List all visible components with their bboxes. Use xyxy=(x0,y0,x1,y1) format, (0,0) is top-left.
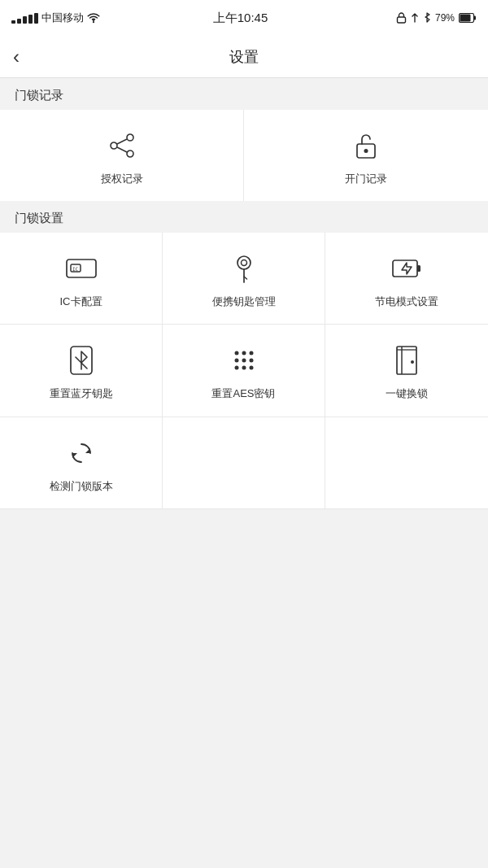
svg-rect-1 xyxy=(397,17,405,23)
svg-rect-19 xyxy=(393,260,417,277)
section-lock-settings: 门锁设置 xyxy=(0,201,488,233)
empty-cell-2 xyxy=(325,417,488,508)
refresh-icon xyxy=(63,435,99,471)
lock-records-grid: 授权记录 开门记录 xyxy=(0,110,488,201)
replace-lock-label: 一键换锁 xyxy=(386,386,428,401)
power-save-label: 节电模式设置 xyxy=(375,294,438,309)
reset-aes-label: 重置AES密钥 xyxy=(211,386,275,401)
svg-point-31 xyxy=(249,366,253,370)
page-title: 设置 xyxy=(229,47,259,67)
svg-line-9 xyxy=(117,147,127,152)
share-icon xyxy=(104,128,140,164)
moon-icon xyxy=(381,12,392,24)
svg-point-7 xyxy=(127,150,133,157)
svg-point-23 xyxy=(234,351,238,355)
svg-line-8 xyxy=(117,139,127,144)
svg-point-6 xyxy=(111,142,117,149)
signal-icon xyxy=(11,13,38,24)
replace-lock-item[interactable]: 一键换锁 xyxy=(325,325,488,417)
door-icon xyxy=(389,342,425,378)
power-save-item[interactable]: 节电模式设置 xyxy=(325,233,488,325)
svg-point-15 xyxy=(237,256,251,269)
arrow-up-icon xyxy=(411,12,419,24)
lock-open-icon xyxy=(348,128,384,164)
svg-rect-3 xyxy=(473,16,476,20)
battery-icon xyxy=(459,13,477,23)
reset-aes-item[interactable]: 重置AES密钥 xyxy=(163,325,325,417)
svg-marker-37 xyxy=(72,453,77,458)
svg-rect-4 xyxy=(460,15,470,22)
svg-point-16 xyxy=(241,260,246,266)
svg-rect-32 xyxy=(397,347,416,374)
svg-marker-36 xyxy=(85,448,90,453)
svg-point-28 xyxy=(249,359,253,363)
ic-config-item[interactable]: IC IC卡配置 xyxy=(0,233,163,325)
page-header: ‹ 设置 xyxy=(0,36,488,78)
key-icon xyxy=(226,251,262,286)
svg-point-26 xyxy=(234,359,238,363)
portable-key-item[interactable]: 便携钥匙管理 xyxy=(163,233,325,325)
ic-config-label: IC卡配置 xyxy=(60,294,102,309)
svg-point-25 xyxy=(249,351,253,355)
svg-point-29 xyxy=(234,366,238,370)
portable-key-label: 便携钥匙管理 xyxy=(212,294,276,309)
auth-record-label: 授权记录 xyxy=(101,172,143,186)
reset-bt-label: 重置蓝牙钥匙 xyxy=(50,386,113,401)
svg-rect-20 xyxy=(417,265,420,272)
status-bar: 中国移动 上午10:45 79% xyxy=(0,0,488,36)
lock-settings-grid-row1: IC IC卡配置 便携钥匙管理 节电模式设置 xyxy=(0,233,488,325)
reset-bt-item[interactable]: 重置蓝牙钥匙 xyxy=(0,325,163,417)
svg-text:IC: IC xyxy=(72,266,79,272)
battery-label: 79% xyxy=(435,12,455,24)
section-lock-records: 门锁记录 xyxy=(0,78,488,110)
open-record-item[interactable]: 开门记录 xyxy=(244,110,488,201)
svg-point-27 xyxy=(242,359,246,363)
lock-settings-grid-row3: 检测门锁版本 xyxy=(0,417,488,509)
battery-save-icon xyxy=(389,251,425,286)
check-version-item[interactable]: 检测门锁版本 xyxy=(0,417,163,508)
svg-point-0 xyxy=(93,21,94,23)
empty-cell-1 xyxy=(163,417,325,508)
lock-status-icon xyxy=(396,12,407,24)
svg-point-5 xyxy=(127,134,133,141)
svg-point-34 xyxy=(411,360,414,364)
svg-line-22 xyxy=(76,357,81,363)
ic-card-icon: IC xyxy=(63,251,99,286)
open-record-label: 开门记录 xyxy=(345,172,387,186)
status-left: 中国移动 xyxy=(11,11,100,25)
auth-record-item[interactable]: 授权记录 xyxy=(0,110,244,201)
svg-point-30 xyxy=(242,366,246,370)
bluetooth-icon xyxy=(63,342,99,378)
check-version-label: 检测门锁版本 xyxy=(50,479,113,494)
status-time: 上午10:45 xyxy=(213,11,268,26)
svg-point-24 xyxy=(242,351,246,355)
status-right: 79% xyxy=(381,12,477,24)
wifi-icon xyxy=(87,13,100,24)
svg-point-11 xyxy=(364,149,368,153)
carrier-label: 中国移动 xyxy=(41,11,84,25)
bt-status-icon xyxy=(423,12,431,24)
back-button[interactable]: ‹ xyxy=(13,47,20,67)
lock-settings-grid-row2: 重置蓝牙钥匙 重置AES密钥 xyxy=(0,325,488,417)
dots-grid-icon xyxy=(226,342,262,378)
